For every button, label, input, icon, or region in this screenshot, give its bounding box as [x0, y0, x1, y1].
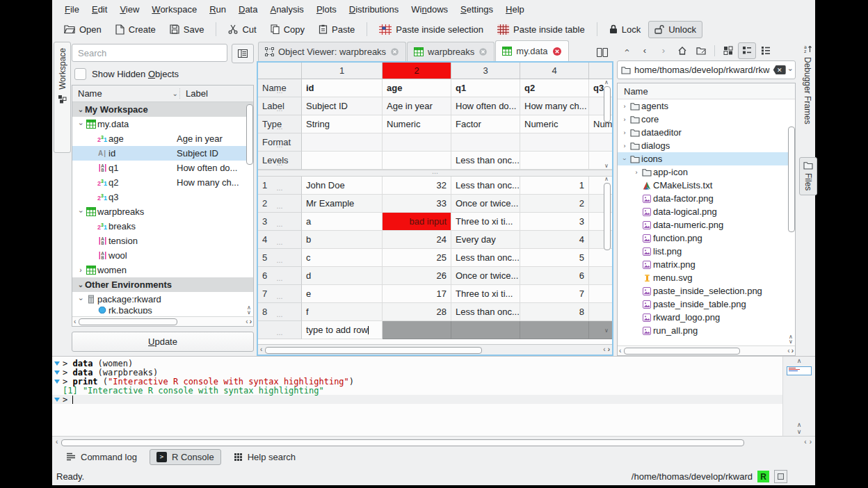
open-folder-button[interactable]: [692, 42, 710, 59]
toolview-tab-r-console[interactable]: >R Console: [150, 449, 221, 465]
workspace-tree-hscrollbar[interactable]: ‹ ‹›: [72, 316, 253, 326]
meta-cell-format-c1[interactable]: [302, 133, 383, 152]
menu-item-edit[interactable]: Edit: [86, 2, 113, 17]
tab-warpbreaks[interactable]: warpbreaks: [407, 42, 495, 61]
path-combobox[interactable]: home/thomas/develop/rkward/rkward/ ✕ ›: [617, 60, 796, 79]
meta-cell-name-c1[interactable]: id: [302, 79, 383, 97]
data-cell-r7-c2[interactable]: 17: [383, 285, 451, 303]
meta-cell-name-c2[interactable]: age: [383, 79, 451, 97]
tree-expander-icon[interactable]: ›: [77, 208, 85, 216]
row-header-6[interactable]: 6: [258, 267, 302, 285]
row-header-8[interactable]: 8: [258, 303, 302, 321]
data-cell-r4-c3[interactable]: Every day: [451, 231, 520, 249]
file-item-cmakelists-txt[interactable]: CMakeLists.txt: [618, 179, 795, 192]
metadata-vscrollbar[interactable]: ∧∨: [602, 80, 611, 169]
workspace-item-my-data[interactable]: ›my.data: [72, 117, 253, 131]
file-item-function-png[interactable]: function.png: [618, 231, 795, 245]
workspace-item-package-rkward[interactable]: ›package:rkward: [72, 292, 253, 307]
tree-expander-icon[interactable]: ›: [77, 266, 85, 274]
data-cell-r8-c2[interactable]: 28: [383, 303, 451, 321]
toolbar-button-open[interactable]: Open: [58, 21, 108, 38]
meta-cell-type-c1[interactable]: String: [302, 115, 383, 133]
meta-cell-levels-c3[interactable]: Less than onc...: [451, 152, 520, 170]
console-minimap[interactable]: [787, 366, 812, 375]
r-console[interactable]: > data (women)> data (warpbreaks)> print…: [52, 356, 815, 436]
back-button[interactable]: ‹: [636, 42, 654, 59]
close-tab-icon[interactable]: [552, 47, 562, 56]
row-header-name[interactable]: Name: [258, 79, 302, 97]
menu-item-help[interactable]: Help: [500, 2, 530, 17]
menu-item-windows[interactable]: Windows: [405, 2, 453, 17]
tree-view-button[interactable]: [738, 42, 756, 59]
toolbar-button-unlock[interactable]: Unlock: [648, 21, 702, 38]
files-hscrollbar[interactable]: ‹ ‹›: [618, 345, 795, 355]
column-header-2[interactable]: 2: [383, 63, 451, 79]
column-header-5[interactable]: 5: [589, 63, 613, 79]
row-header-format[interactable]: Format: [258, 133, 302, 152]
file-item-agents[interactable]: ›agents: [618, 99, 795, 113]
add-row-empty-cell[interactable]: [451, 321, 520, 339]
file-item-rkward-logo-png[interactable]: rkward_logo.png: [618, 311, 795, 324]
data-cell-r1-c1[interactable]: John Doe: [302, 177, 383, 195]
workspace-tree-vscroll-arrows[interactable]: ∧∨: [246, 305, 252, 315]
data-cell-r3-c1[interactable]: a: [302, 213, 383, 231]
home-button[interactable]: [673, 42, 691, 59]
tab-object-viewer-warpbreaks[interactable]: Object Viewer: warpbreaks: [258, 42, 406, 61]
meta-cell-label-c3[interactable]: How often do...: [451, 97, 520, 115]
column-header-4[interactable]: 4: [520, 63, 589, 79]
row-header-1[interactable]: 1: [258, 177, 302, 195]
data-cell-r8-c1[interactable]: f: [302, 303, 383, 321]
file-item-paste-inside-table-png[interactable]: paste_inside_table.png: [618, 298, 795, 311]
data-cell-r5-c2[interactable]: 25: [383, 249, 451, 267]
menu-item-view[interactable]: View: [114, 2, 145, 17]
menu-item-run[interactable]: Run: [204, 2, 232, 17]
data-cell-r2-c2[interactable]: 33: [383, 195, 451, 213]
menu-item-workspace[interactable]: Workspace: [146, 2, 202, 17]
meta-cell-label-c4[interactable]: How many ch...: [520, 97, 589, 115]
data-cell-r3-c4[interactable]: 3: [520, 213, 589, 231]
tree-expander-icon[interactable]: ›: [77, 120, 85, 129]
tree-expander-icon[interactable]: ›: [620, 103, 629, 110]
menu-item-analysis[interactable]: Analysis: [264, 2, 309, 17]
console-scroll-up2-icon[interactable]: ∧: [797, 422, 802, 428]
editor-hscrollbar[interactable]: ‹ ‹›: [258, 344, 612, 355]
workspace-item-rk-backups[interactable]: rk.backups: [72, 307, 253, 314]
data-cell-r6-c2[interactable]: 26: [383, 267, 451, 285]
data-cell-r8-c3[interactable]: Less than onc...: [451, 303, 520, 321]
data-cell-r1-c2[interactable]: 32: [383, 177, 451, 195]
file-item-icons[interactable]: ›icons: [618, 152, 795, 165]
add-row-input-cell[interactable]: type to add row: [302, 321, 383, 339]
console-scroll-up-icon[interactable]: ∧: [797, 358, 802, 364]
row-header-7[interactable]: 7: [258, 285, 302, 303]
meta-cell-name-c4[interactable]: q2: [520, 79, 589, 97]
tree-expander-icon[interactable]: ›: [620, 116, 629, 123]
files-vscroll-arrows[interactable]: ∧∨: [787, 334, 794, 344]
workspace-tree-vscrollbar[interactable]: [246, 103, 252, 305]
data-cell-r7-c4[interactable]: 7: [520, 285, 589, 303]
column-header-1[interactable]: 1: [302, 63, 383, 79]
toolview-tab-command-log[interactable]: Command log: [59, 449, 144, 465]
data-cell-r7-c3[interactable]: Three to xi ti...: [451, 285, 520, 303]
forward-button[interactable]: ›: [654, 42, 673, 59]
file-item-paste-inside-selection-png[interactable]: paste_inside_selection.png: [618, 284, 795, 298]
tree-expander-icon[interactable]: ›: [621, 155, 628, 163]
meta-cell-label-c1[interactable]: Subject ID: [302, 97, 383, 115]
add-row-empty-cell[interactable]: [383, 321, 451, 339]
data-cell-r1-c3[interactable]: Less than onc...: [451, 177, 520, 195]
file-item-menu-svg[interactable]: menu.svg: [618, 271, 795, 284]
tree-expander-icon[interactable]: ›: [620, 143, 629, 149]
files-vscrollbar[interactable]: [787, 100, 794, 334]
row-header-5[interactable]: 5: [258, 249, 302, 267]
meta-cell-name-c3[interactable]: q1: [451, 79, 520, 97]
column-header-name[interactable]: Name ⌄: [72, 88, 179, 99]
add-row-empty-cell[interactable]: [520, 321, 589, 339]
file-item-data-numeric-png[interactable]: data-numeric.png: [618, 218, 795, 231]
data-cell-r1-c4[interactable]: 1: [520, 177, 589, 195]
tree-expander-icon[interactable]: ›: [620, 129, 629, 136]
workspace-item-q3[interactable]: 231q3: [72, 190, 253, 204]
data-cell-r4-c4[interactable]: 4: [520, 231, 589, 249]
up-button[interactable]: ›: [617, 42, 635, 59]
data-cell-r6-c4[interactable]: 6: [520, 267, 589, 285]
column-header-3[interactable]: 3: [451, 63, 520, 79]
file-item-run-all-png[interactable]: run_all.png: [618, 324, 795, 337]
